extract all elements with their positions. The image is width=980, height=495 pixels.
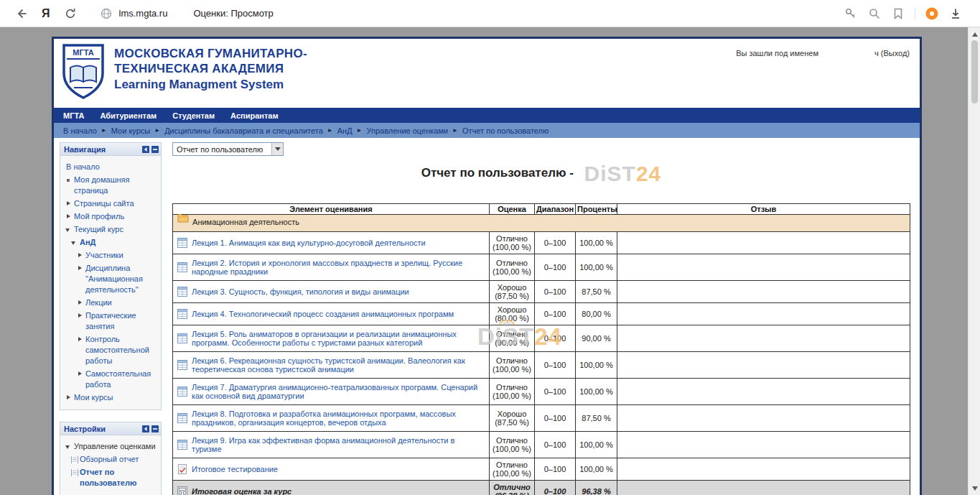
scrollbar-thumb[interactable] — [971, 40, 978, 103]
sidebar-nav-item[interactable]: В начало — [62, 162, 159, 172]
scroll-up-icon[interactable] — [969, 29, 980, 40]
sidebar-nav-item[interactable]: Лекции — [62, 297, 159, 308]
grade-cell: Отлично (100,00 %) — [490, 458, 535, 481]
sidebar-item-label[interactable]: Управление оценками — [74, 442, 156, 450]
tree-marker-icon[interactable] — [77, 252, 84, 259]
folder-icon — [177, 213, 187, 223]
tree-marker-icon[interactable] — [71, 469, 78, 476]
sidebar-settings-item[interactable]: Отчет по пользователю — [62, 467, 159, 489]
sidebar-item-label[interactable]: Мои курсы — [74, 393, 113, 402]
sidebar-item-label[interactable]: Контроль самостоятельной работы — [85, 335, 149, 365]
sidebar-item-label[interactable]: В начало — [66, 162, 100, 171]
tree-marker-icon[interactable] — [71, 456, 78, 463]
hide-block-icon[interactable] — [151, 425, 159, 432]
breadcrumb-separator-icon: ► — [154, 127, 160, 134]
nav-link[interactable]: МГТА — [63, 111, 84, 120]
yandex-browser-logo[interactable]: Я — [42, 7, 50, 20]
nav-link[interactable]: Абитуриентам — [100, 111, 157, 120]
back-icon[interactable] — [14, 6, 29, 21]
sidebar-nav-item[interactable]: Контроль самостоятельной работы — [62, 334, 159, 366]
sidebar-settings-item[interactable]: Управление оценками — [62, 441, 159, 452]
activity-link[interactable]: Итоговое тестирование — [192, 465, 278, 473]
tree-marker-icon[interactable] — [77, 300, 84, 307]
hide-block-icon[interactable] — [151, 146, 159, 153]
activity-icon — [177, 238, 187, 248]
sidebar-nav-item[interactable]: Практические занятия — [62, 310, 159, 332]
nav-link[interactable]: Студентам — [172, 111, 215, 120]
dock-block-icon[interactable] — [142, 425, 149, 432]
tree-marker-icon[interactable] — [77, 313, 84, 320]
sidebar-nav-item[interactable]: Страницы сайта — [62, 198, 159, 209]
tree-marker-icon[interactable] — [65, 394, 73, 402]
sidebar-item-label[interactable]: Отчет по пользователю — [80, 468, 136, 487]
sidebar-item-label[interactable]: Самостоятельная работа — [85, 369, 151, 389]
dock-block-icon[interactable] — [142, 146, 149, 153]
sidebar-item-label[interactable]: Мой профиль — [74, 212, 124, 221]
tree-marker-icon[interactable] — [65, 226, 73, 233]
tree-marker-icon[interactable] — [65, 200, 73, 208]
scroll-down-icon[interactable] — [969, 483, 980, 494]
sidebar-nav-item[interactable]: АнД — [62, 237, 159, 248]
refresh-icon[interactable] — [63, 6, 78, 21]
sidebar-nav-item[interactable]: Текущий курс — [62, 224, 159, 235]
report-type-select[interactable]: Отчет по пользователю — [172, 142, 284, 156]
browser-page-title: Оценки: Просмотр — [193, 8, 273, 19]
logout-link[interactable]: (Выход) — [881, 49, 910, 57]
activity-link[interactable]: Лекция 8. Подготовка и разработка анимац… — [192, 410, 456, 427]
tree-marker-icon[interactable] — [77, 336, 84, 343]
breadcrumb-link[interactable]: Управление оценками — [367, 126, 449, 135]
activity-link[interactable]: Лекция 4. Технологический процесс создан… — [192, 310, 454, 318]
svg-text:МГТА: МГТА — [73, 48, 93, 57]
breadcrumb-link[interactable]: Мои курсы — [111, 126, 150, 135]
tree-marker-icon[interactable] — [65, 443, 73, 450]
sidebar-item-label[interactable]: Практические занятия — [85, 311, 136, 330]
download-icon[interactable] — [948, 6, 963, 21]
extension-icon[interactable] — [925, 6, 939, 21]
address-bar[interactable]: lms.mgta.ru — [99, 6, 168, 21]
tree-marker-icon[interactable] — [77, 371, 84, 378]
search-icon[interactable] — [867, 6, 882, 21]
activity-link[interactable]: Лекция 6. Рекреационная сущность туристс… — [192, 356, 465, 374]
breadcrumb-link[interactable]: Отчет по пользователю — [462, 126, 549, 135]
range-cell: 0–100 — [535, 303, 576, 325]
activity-link[interactable]: Лекция 2. История и хронология массовых … — [192, 259, 462, 276]
sidebar-nav-item[interactable]: Самостоятельная работа — [62, 369, 159, 390]
breadcrumb-link[interactable]: В начало — [63, 126, 97, 135]
settings-block-title: Настройки — [62, 425, 140, 433]
sidebar-item-label[interactable]: Дисциплина "Анимационная деятельность" — [85, 264, 143, 294]
sidebar-item-label[interactable]: Обзорный отчет — [80, 455, 139, 463]
nav-link[interactable]: Аспирантам — [230, 111, 278, 120]
activity-link[interactable]: Лекция 7. Драматургия анимационно-театра… — [192, 383, 477, 400]
breadcrumb-link[interactable]: АнД — [337, 126, 353, 135]
percent-cell: 100,00 % — [576, 254, 617, 281]
breadcrumb-link[interactable]: Дисциплины бакалавриата и специалитета — [164, 126, 323, 135]
sidebar-nav-item[interactable]: Мой профиль — [62, 211, 159, 222]
column-header: Отзыв — [617, 204, 910, 215]
activity-link[interactable]: Лекция 9. Игра как эффективная форма ани… — [192, 436, 454, 453]
sidebar-settings-item[interactable]: Обзорный отчет — [62, 454, 159, 465]
sidebar-item-label[interactable]: Лекции — [85, 298, 112, 307]
scrollbar[interactable] — [968, 27, 980, 495]
activity-link[interactable]: Лекция 1. Анимация как вид культурно-дос… — [192, 239, 426, 247]
tree-marker-icon[interactable] — [65, 213, 73, 221]
feedback-cell — [617, 481, 910, 495]
tree-marker-icon[interactable] — [77, 265, 84, 272]
sidebar-nav-item[interactable]: Дисциплина "Анимационная деятельность" — [62, 263, 159, 295]
sidebar-nav-item[interactable]: Моя домашняя страница — [62, 175, 159, 196]
tree-marker-icon[interactable] — [65, 177, 73, 184]
sidebar-nav-item[interactable]: Участники — [62, 250, 159, 261]
password-key-icon[interactable] — [844, 6, 858, 21]
sidebar-nav-item[interactable]: Мои курсы — [62, 392, 159, 403]
sidebar-item-label[interactable]: АнД — [80, 238, 95, 246]
url-text[interactable]: lms.mgta.ru — [119, 8, 168, 19]
sidebar-item-label[interactable]: Текущий курс — [74, 225, 123, 233]
activity-link[interactable]: Лекция 5. Роль аниматоров в организации … — [192, 330, 457, 347]
sidebar-item-label[interactable]: Страницы сайта — [74, 199, 134, 208]
sidebar-item-label[interactable]: Участники — [85, 251, 123, 259]
tree-marker-icon[interactable] — [71, 239, 78, 246]
activity-link[interactable]: Лекция 3. Сущность, функция, типология и… — [192, 287, 409, 296]
navigation-block: Навигация — [60, 142, 162, 410]
bookmark-flag-icon[interactable] — [891, 6, 905, 21]
academy-logo: МГТА — [61, 43, 106, 101]
sidebar-item-label[interactable]: Моя домашняя страница — [74, 175, 129, 195]
